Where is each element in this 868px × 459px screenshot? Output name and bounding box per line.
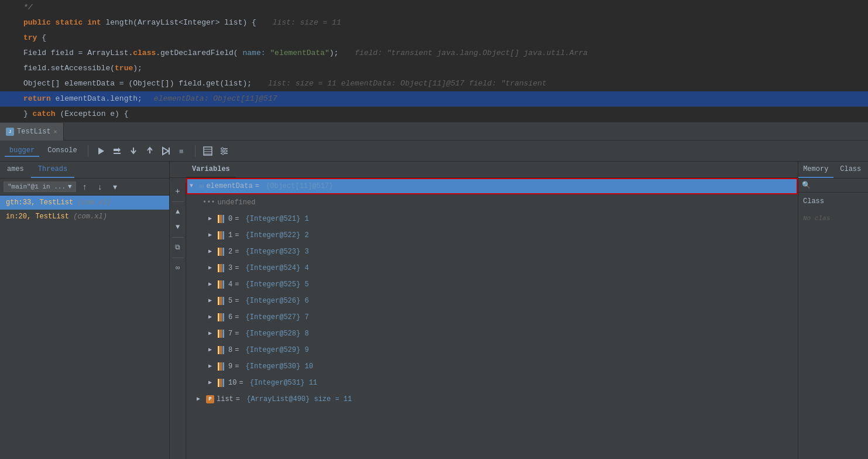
- memory-search: 🔍: [798, 179, 868, 193]
- expand-arrow-icon: ▶: [208, 278, 215, 291]
- no-class-message: No clas: [798, 210, 868, 227]
- toolbar-separator: [88, 145, 88, 157]
- expand-button[interactable]: ▼: [171, 221, 184, 234]
- testlist-tab[interactable]: J TestList ✕: [0, 123, 64, 141]
- dropdown-arrow-icon: ▼: [68, 183, 72, 190]
- expand-arrow-icon: ▶: [208, 360, 215, 373]
- close-tab-button[interactable]: ✕: [54, 128, 57, 135]
- expand-arrow-icon: ▶: [208, 213, 215, 225]
- show-execution-point-button[interactable]: [94, 145, 107, 157]
- code-line-highlighted: return elementData.length;elementData: O…: [0, 91, 868, 107]
- svg-point-12: [222, 152, 224, 155]
- separator: [172, 237, 184, 238]
- collapse-button[interactable]: ▲: [171, 205, 184, 218]
- separator: [172, 258, 184, 258]
- right-panel-tabs: Memory Class: [798, 162, 868, 179]
- separator: [172, 201, 184, 202]
- code-line: } catch (Exception e) {: [0, 107, 868, 122]
- expand-arrow-icon: ▼: [190, 180, 197, 193]
- var-item-10[interactable]: ▶ 10 = {Integer@531} 11: [186, 375, 798, 391]
- expand-arrow-icon: ▶: [208, 294, 215, 307]
- tab-console[interactable]: Console: [43, 145, 81, 157]
- thread-selector[interactable]: "main"@1 in ... ▼: [4, 181, 76, 192]
- var-item-8[interactable]: ▶ 8 = {Integer@529} 9: [186, 342, 798, 358]
- step-over-button[interactable]: [111, 145, 123, 157]
- tab-label: TestList: [17, 128, 51, 136]
- svg-marker-0: [98, 148, 104, 155]
- code-editor: */ public static int length(ArrayList<In…: [0, 0, 868, 123]
- expand-arrow-icon: ▶: [197, 393, 204, 406]
- expand-arrow-icon: ▶: [208, 344, 215, 357]
- expand-arrow-icon: ▶: [208, 229, 215, 242]
- frame-item[interactable]: in:20, TestList (com.xl): [0, 210, 169, 224]
- object-icon: ∞: [199, 180, 204, 193]
- frames-button[interactable]: [201, 145, 214, 157]
- field-icon: [218, 248, 226, 256]
- filter-button[interactable]: ▾: [109, 180, 122, 193]
- add-watch-button[interactable]: +: [171, 185, 184, 198]
- var-item-9[interactable]: ▶ 9 = {Integer@530} 10: [186, 358, 798, 375]
- var-list[interactable]: ▶ P list = {ArrayList@490} size = 11: [186, 391, 798, 407]
- var-item-6[interactable]: ▶ 6 = {Integer@527} 7: [186, 309, 798, 326]
- sort-down-button[interactable]: ↓: [94, 180, 107, 193]
- evaluate-expression-button[interactable]: ≡: [176, 145, 189, 157]
- var-item-4[interactable]: ▶ 4 = {Integer@525} 5: [186, 276, 798, 293]
- search-icon: 🔍: [802, 181, 811, 190]
- expand-arrow-icon: ▶: [208, 327, 215, 340]
- tab-debugger[interactable]: bugger: [5, 145, 39, 157]
- field-icon: [218, 280, 226, 289]
- var-panel-controls: + ▲ ▼ ⧉ ∞: [170, 183, 186, 459]
- debug-toolbar: bugger Console ≡: [0, 141, 868, 162]
- code-line: public static int length(ArrayList<Integ…: [0, 15, 868, 30]
- var-item-2[interactable]: ▶ 2 = {Integer@523} 3: [186, 244, 798, 260]
- settings-button[interactable]: [218, 145, 231, 157]
- editor-tab-bar: J TestList ✕: [0, 123, 868, 141]
- frame-item[interactable]: gth:33, TestList (com.xl): [0, 196, 169, 210]
- sort-up-button[interactable]: ↑: [78, 180, 91, 193]
- var-item-0[interactable]: ▶ 0 = {Integer@521} 1: [186, 211, 798, 227]
- code-line: field.setAccessible(true);: [0, 61, 868, 76]
- tab-memory[interactable]: Memory: [798, 162, 833, 178]
- field-icon: [218, 215, 226, 223]
- field-icon: [218, 379, 226, 387]
- debug-content: ames Threads "main"@1 in ... ▼ ↑ ↓ ▾ gth…: [0, 162, 868, 459]
- var-item-7[interactable]: ▶ 7 = {Integer@528} 8: [186, 326, 798, 342]
- dots-icon: •••: [203, 196, 215, 209]
- variables-panel: Variables + ▲ ▼ ⧉ ∞ ▼: [170, 162, 798, 459]
- field-icon: [218, 330, 226, 338]
- watch-button[interactable]: ∞: [171, 262, 184, 275]
- run-to-cursor-button[interactable]: [160, 145, 173, 157]
- field-icon: [218, 362, 226, 371]
- var-item-3[interactable]: ▶ 3 = {Integer@524} 4: [186, 260, 798, 276]
- field-icon: [218, 346, 226, 354]
- memory-search-input[interactable]: [813, 182, 864, 189]
- expand-arrow-icon: ▶: [208, 376, 215, 389]
- tab-threads[interactable]: Threads: [31, 162, 74, 178]
- code-line: try {: [0, 30, 868, 46]
- expand-arrow-icon: ▶: [208, 262, 215, 275]
- right-panel: Memory Class 🔍 Class No clas: [798, 162, 868, 459]
- var-item-1[interactable]: ▶ 1 = {Integer@522} 2: [186, 227, 798, 244]
- frames-toolbar: "main"@1 in ... ▼ ↑ ↓ ▾: [0, 179, 169, 196]
- var-undefined[interactable]: ••• undefined: [186, 194, 798, 211]
- param-icon: P: [206, 395, 214, 403]
- field-icon: [218, 313, 226, 321]
- class-section-label: Class: [798, 193, 868, 210]
- copy-button[interactable]: ⧉: [171, 241, 184, 254]
- step-out-button[interactable]: [143, 145, 156, 157]
- code-line: */: [0, 0, 868, 15]
- tab-frames[interactable]: ames: [0, 162, 31, 178]
- java-file-icon: J: [6, 128, 14, 136]
- panel-tabs: ames Threads: [0, 162, 169, 179]
- field-icon: [218, 264, 226, 272]
- variable-list: ▼ ∞ elementData = {Object[11]@517} ••• u…: [186, 178, 798, 459]
- debug-panel: bugger Console ≡: [0, 141, 868, 459]
- var-element-data[interactable]: ▼ ∞ elementData = {Object[11]@517}: [186, 178, 798, 194]
- svg-text:≡: ≡: [179, 147, 184, 156]
- tab-class[interactable]: Class: [833, 162, 869, 178]
- variables-header: Variables: [186, 162, 236, 177]
- step-into-button[interactable]: [127, 145, 140, 157]
- field-icon: [218, 297, 226, 305]
- toolbar-separator2: [195, 145, 195, 157]
- var-item-5[interactable]: ▶ 5 = {Integer@526} 6: [186, 293, 798, 309]
